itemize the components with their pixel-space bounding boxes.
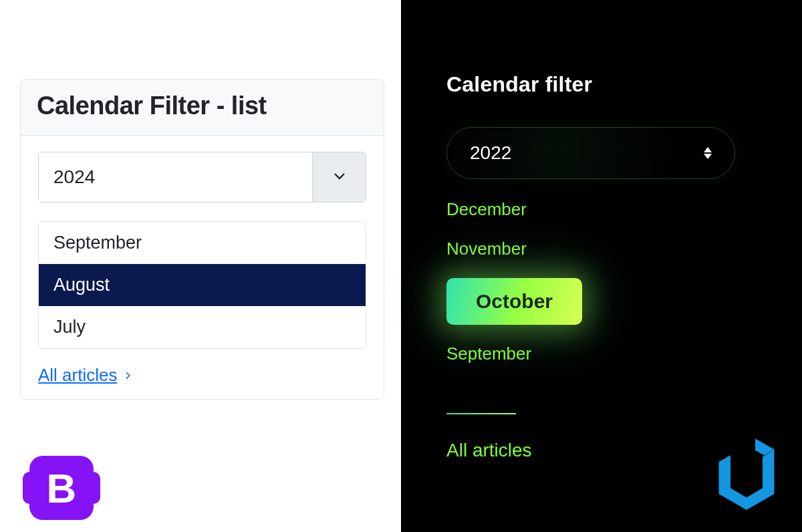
year-select[interactable]: 2024	[38, 152, 366, 203]
divider	[446, 413, 516, 414]
all-articles-link[interactable]: All articles	[38, 365, 133, 386]
bootstrap-theme-panel: Calendar Filter - list 2024 September Au…	[0, 0, 401, 532]
select-caret-icon	[704, 147, 712, 159]
year-select-toggle[interactable]	[312, 152, 366, 202]
all-articles-label: All articles	[38, 365, 117, 386]
month-item-october[interactable]: October	[446, 278, 582, 325]
svg-marker-0	[704, 147, 712, 152]
card-body: 2024 September August July All articles	[21, 136, 384, 399]
card-title: Calendar filter	[446, 72, 592, 97]
month-item-september[interactable]: September	[446, 344, 531, 364]
svg-marker-3	[719, 450, 775, 511]
uikit-logo-icon	[710, 437, 783, 517]
card-header: Calendar Filter - list	[21, 80, 384, 136]
year-select-value: 2024	[39, 152, 312, 202]
month-item-december[interactable]: December	[446, 199, 527, 220]
chevron-down-icon	[331, 168, 348, 186]
calendar-filter-card: Calendar Filter - list 2024 September Au…	[20, 79, 384, 400]
month-list: September August July	[38, 221, 366, 349]
card-title: Calendar Filter - list	[37, 92, 368, 120]
month-list: December November October September	[446, 199, 735, 364]
year-select-value: 2022	[470, 142, 704, 164]
month-item-september[interactable]: September	[39, 222, 366, 264]
all-articles-link[interactable]: All articles	[446, 440, 532, 461]
chevron-right-icon	[122, 365, 133, 386]
svg-marker-1	[704, 154, 712, 159]
year-select[interactable]: 2022	[446, 127, 735, 179]
month-item-november[interactable]: November	[446, 239, 527, 259]
uikit-theme-panel: Calendar filter 2022 December November O…	[401, 0, 802, 532]
bootstrap-logo-letter: B	[47, 464, 77, 512]
month-item-august[interactable]: August	[39, 264, 366, 306]
month-item-july[interactable]: July	[39, 306, 366, 348]
bootstrap-logo-icon: B	[29, 456, 94, 520]
